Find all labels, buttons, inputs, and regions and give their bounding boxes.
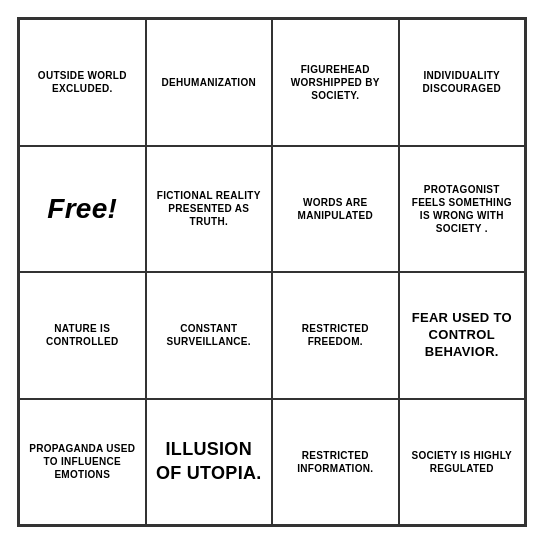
bingo-cell-c3: FIGUREHEAD WORSHIPPED BY SOCIETY. <box>272 19 399 146</box>
cell-text-c4: INDIVIDUALITY DISCOURAGED <box>406 69 519 95</box>
bingo-cell-c13: PROPAGANDA USED TO INFLUENCE EMOTIONS <box>19 399 146 526</box>
cell-text-c14: ILLUSION OF UTOPIA. <box>153 438 266 485</box>
cell-text-c2: DEHUMANIZATION <box>161 76 256 89</box>
cell-text-c3: FIGUREHEAD WORSHIPPED BY SOCIETY. <box>279 63 392 102</box>
bingo-cell-c16: SOCIETY IS HIGHLY REGULATED <box>399 399 526 526</box>
cell-text-c10: CONSTANT SURVEILLANCE. <box>153 322 266 348</box>
bingo-cell-c8: PROTAGONIST FEELS SOMETHING IS WRONG WIT… <box>399 146 526 273</box>
bingo-cell-c12: FEAR USED TO CONTROL BEHAVIOR. <box>399 272 526 399</box>
cell-text-c1: OUTSIDE WORLD EXCLUDED. <box>26 69 139 95</box>
cell-text-c7: WORDS ARE MANIPULATED <box>279 196 392 222</box>
bingo-cell-c14: ILLUSION OF UTOPIA. <box>146 399 273 526</box>
cell-text-c11: RESTRICTED FREEDOM. <box>279 322 392 348</box>
cell-text-c16: SOCIETY IS HIGHLY REGULATED <box>406 449 519 475</box>
cell-text-c6: FICTIONAL REALITY PRESENTED AS TRUTH. <box>153 189 266 228</box>
bingo-grid: OUTSIDE WORLD EXCLUDED.DEHUMANIZATIONFIG… <box>17 17 527 527</box>
cell-text-c12: FEAR USED TO CONTROL BEHAVIOR. <box>406 310 519 361</box>
cell-text-c9: NATURE IS CONTROLLED <box>26 322 139 348</box>
bingo-cell-c7: WORDS ARE MANIPULATED <box>272 146 399 273</box>
bingo-cell-c4: INDIVIDUALITY DISCOURAGED <box>399 19 526 146</box>
cell-text-c15: RESTRICTED INFORMATION. <box>279 449 392 475</box>
cell-text-c5: Free! <box>47 191 117 227</box>
bingo-cell-c1: OUTSIDE WORLD EXCLUDED. <box>19 19 146 146</box>
bingo-cell-c11: RESTRICTED FREEDOM. <box>272 272 399 399</box>
cell-text-c13: PROPAGANDA USED TO INFLUENCE EMOTIONS <box>26 442 139 481</box>
bingo-cell-c2: DEHUMANIZATION <box>146 19 273 146</box>
bingo-cell-c9: NATURE IS CONTROLLED <box>19 272 146 399</box>
bingo-cell-c10: CONSTANT SURVEILLANCE. <box>146 272 273 399</box>
cell-text-c8: PROTAGONIST FEELS SOMETHING IS WRONG WIT… <box>406 183 519 235</box>
bingo-cell-c5: Free! <box>19 146 146 273</box>
bingo-cell-c6: FICTIONAL REALITY PRESENTED AS TRUTH. <box>146 146 273 273</box>
bingo-cell-c15: RESTRICTED INFORMATION. <box>272 399 399 526</box>
